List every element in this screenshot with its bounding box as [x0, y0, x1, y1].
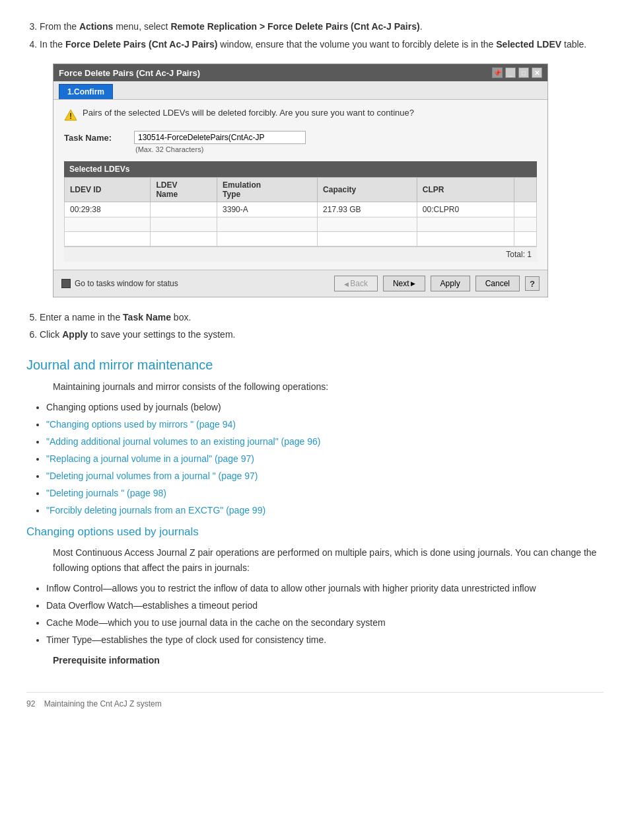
total-value: 1: [527, 250, 532, 259]
cell-clpr: [417, 217, 514, 232]
list-item: "Changing options used by mirrors " (pag…: [46, 418, 604, 432]
section1-intro: Maintaining journals and mirror consists…: [53, 379, 604, 394]
list-item: "Forcibly deleting journals from an EXCT…: [46, 504, 604, 517]
task-name-input[interactable]: [134, 131, 306, 144]
pin-icon[interactable]: 📌: [492, 67, 503, 78]
dialog-titlebar-buttons: 📌 _ □ ✕: [492, 67, 542, 78]
task-name-hint: (Max. 32 Characters): [135, 145, 306, 153]
cell-emulation: 3390-A: [217, 202, 318, 217]
step-6: Click Apply to save your settings to the…: [40, 328, 604, 342]
help-button[interactable]: ?: [525, 276, 540, 291]
steps-top-list: From the Actions menu, select Remote Rep…: [40, 20, 604, 52]
col-ldev-name: LDEVName: [151, 178, 217, 202]
steps-below-list: Enter a name in the Task Name box. Click…: [40, 311, 604, 342]
col-capacity: Capacity: [318, 178, 417, 202]
dialog-footer: Go to tasks window for status Back Next …: [53, 270, 547, 297]
cell-emulation: [217, 232, 318, 247]
cell-ldev-id: [65, 232, 151, 247]
step-5: Enter a name in the Task Name box.: [40, 311, 604, 325]
warning-row: ! Pairs of the selected LDEVs will be de…: [64, 108, 537, 122]
selected-ldevs-header: Selected LDEVs: [64, 161, 537, 177]
maximize-button[interactable]: □: [518, 67, 529, 78]
ldev-table-body: 00:29:38 3390-A 217.93 GB 00:CLPR0: [65, 202, 537, 247]
dialog-tabs: 1.Confirm: [53, 81, 547, 100]
step-4: In the Force Delete Pairs (Cnt Ac-J Pair…: [40, 38, 604, 52]
cell-ldev-name: [151, 217, 217, 232]
table-footer: Total: 1: [64, 247, 537, 262]
step4-bold1: Force Delete Pairs (Cnt Ac-J Pairs): [65, 39, 218, 50]
link-mirrors[interactable]: "Changing options used by mirrors " (pag…: [46, 419, 236, 430]
section2-intro: Most Continuous Access Journal Z pair op…: [53, 545, 604, 575]
link-adding[interactable]: "Adding additional journal volumes to an…: [46, 436, 320, 447]
list-item: Data Overflow Watch—establishes a timeou…: [46, 599, 604, 613]
cell-ldev-name: [151, 232, 217, 247]
warning-text: Pairs of the selected LDEVs will be dele…: [83, 108, 414, 118]
list-item: Changing options used by journals (below…: [46, 401, 604, 414]
task-name-label: Task Name:: [64, 131, 123, 143]
list-item: Timer Type—establishes the type of clock…: [46, 633, 604, 647]
step3-bold1: Actions: [79, 21, 113, 32]
list-item: "Replacing a journal volume in a journal…: [46, 452, 604, 466]
dialog-title: Force Delete Pairs (Cnt Ac-J Pairs): [59, 68, 200, 78]
dialog-body: ! Pairs of the selected LDEVs will be de…: [53, 100, 547, 270]
cell-extra: [514, 217, 537, 232]
task-name-col: (Max. 32 Characters): [134, 131, 306, 153]
list-item: Inflow Control—allows you to restrict th…: [46, 582, 604, 595]
section2-heading: Changing options used by journals: [26, 525, 604, 539]
step5-bold: Task Name: [123, 312, 171, 323]
close-button[interactable]: ✕: [532, 67, 542, 78]
step3-bold2: Remote Replication > Force Delete Pairs …: [170, 21, 419, 32]
cancel-button[interactable]: Cancel: [475, 276, 520, 291]
cell-ldev-id: 00:29:38: [65, 202, 151, 217]
tab-confirm[interactable]: 1.Confirm: [59, 84, 113, 99]
col-extra: [514, 178, 537, 202]
cell-extra: [514, 202, 537, 217]
tasks-window-checkbox[interactable]: [61, 279, 71, 288]
link-forcibly-deleting[interactable]: "Forcibly deleting journals from an EXCT…: [46, 505, 265, 515]
cell-emulation: [217, 217, 318, 232]
cell-extra: [514, 232, 537, 247]
link-replacing[interactable]: "Replacing a journal volume in a journal…: [46, 453, 254, 464]
link-deleting-vols[interactable]: "Deleting journal volumes from a journal…: [46, 471, 258, 481]
link-deleting-journals[interactable]: "Deleting journals " (page 98): [46, 488, 166, 498]
checkbox-area: Go to tasks window for status: [61, 279, 329, 288]
task-name-row: Task Name: (Max. 32 Characters): [64, 131, 537, 153]
list-item: "Deleting journal volumes from a journal…: [46, 469, 604, 483]
dialog-titlebar: Force Delete Pairs (Cnt Ac-J Pairs) 📌 _ …: [53, 64, 547, 81]
next-button[interactable]: Next: [383, 276, 425, 291]
page-text: Maintaining the Cnt AcJ Z system: [44, 699, 162, 708]
prereq-label: Prerequisite information: [53, 655, 604, 666]
svg-text:!: !: [69, 112, 72, 121]
force-delete-dialog: Force Delete Pairs (Cnt Ac-J Pairs) 📌 _ …: [53, 63, 548, 297]
list-item: Cache Mode—which you to use journal data…: [46, 616, 604, 630]
table-row: [65, 232, 537, 247]
total-label: Total:: [506, 250, 525, 259]
minimize-button[interactable]: _: [505, 67, 516, 78]
ldev-table: LDEV ID LDEVName EmulationType Capacity …: [64, 177, 537, 247]
step4-bold2: Selected LDEV: [496, 39, 561, 50]
apply-button[interactable]: Apply: [431, 276, 470, 291]
cell-capacity: [318, 232, 417, 247]
cell-capacity: [318, 217, 417, 232]
ldev-table-header: LDEV ID LDEVName EmulationType Capacity …: [65, 178, 537, 202]
table-row: [65, 217, 537, 232]
page-num: 92: [26, 699, 35, 708]
back-button[interactable]: Back: [334, 276, 378, 291]
cell-clpr: 00:CLPR0: [417, 202, 514, 217]
cell-clpr: [417, 232, 514, 247]
cell-ldev-id: [65, 217, 151, 232]
list-item: "Adding additional journal volumes to an…: [46, 435, 604, 449]
page-footer: 92 Maintaining the Cnt AcJ Z system: [26, 692, 604, 708]
step6-bold: Apply: [62, 329, 88, 340]
list-item: "Deleting journals " (page 98): [46, 486, 604, 500]
col-clpr: CLPR: [417, 178, 514, 202]
table-row: 00:29:38 3390-A 217.93 GB 00:CLPR0: [65, 202, 537, 217]
checkbox-label: Go to tasks window for status: [75, 279, 178, 288]
cell-ldev-name: [151, 202, 217, 217]
col-ldev-id: LDEV ID: [65, 178, 151, 202]
cell-capacity: 217.93 GB: [318, 202, 417, 217]
warning-icon: !: [64, 108, 77, 122]
section2-bullet-list: Inflow Control—allows you to restrict th…: [46, 582, 604, 647]
col-emulation-type: EmulationType: [217, 178, 318, 202]
step-3: From the Actions menu, select Remote Rep…: [40, 20, 604, 34]
